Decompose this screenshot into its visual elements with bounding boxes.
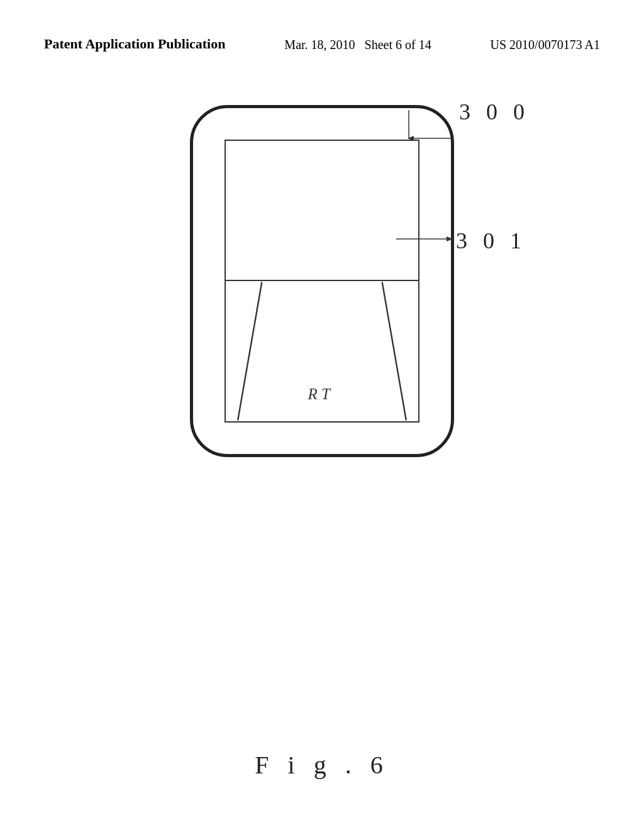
arrow-301-line [396, 233, 459, 245]
figure-caption: F i g . 6 [0, 750, 644, 780]
label-301: 3 0 1 [456, 228, 526, 254]
page-header: Patent Application Publication Mar. 18, … [0, 0, 644, 55]
outer-device: R T 3 0 1 [190, 105, 454, 457]
trapezoid-diagram: R T [226, 281, 418, 421]
inner-screen: R T [225, 140, 419, 423]
sheet-info: Sheet 6 of 14 [365, 38, 431, 52]
screen-upper [226, 141, 418, 281]
publication-date: Mar. 18, 2010 [284, 38, 355, 52]
svg-line-0 [238, 282, 262, 421]
arrow-300-line [402, 110, 465, 148]
label-300: 3 0 0 [459, 99, 530, 125]
svg-text:R T: R T [308, 385, 331, 402]
svg-marker-4 [447, 236, 453, 241]
svg-line-1 [382, 282, 406, 421]
screen-lower: R T [226, 281, 418, 421]
publication-label: Patent Application Publication [44, 35, 225, 54]
diagram-area: R T 3 0 1 [190, 105, 454, 457]
date-sheet-info: Mar. 18, 2010 Sheet 6 of 14 [284, 35, 431, 55]
device-container: R T 3 0 1 [190, 105, 454, 457]
patent-number: US 2010/0070173 A1 [491, 35, 600, 55]
main-content: R T 3 0 1 [0, 55, 644, 457]
